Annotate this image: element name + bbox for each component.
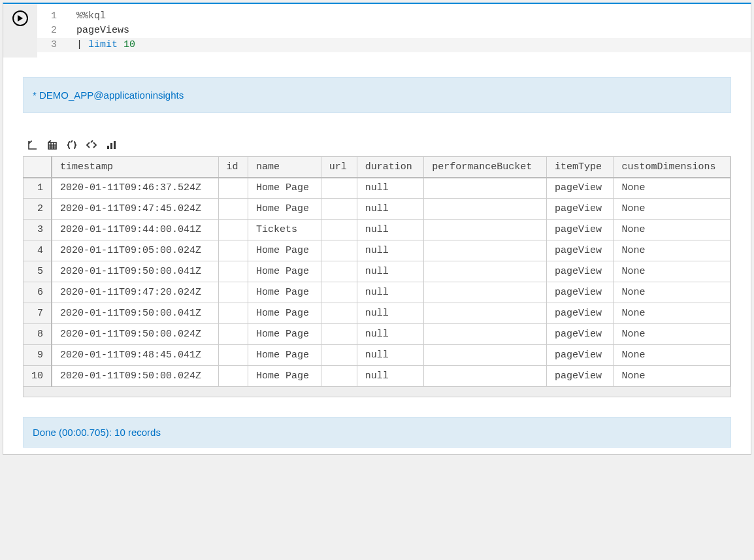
cell <box>321 220 357 240</box>
play-icon <box>17 15 24 22</box>
cell <box>424 303 547 324</box>
column-header[interactable]: name <box>248 157 321 178</box>
cell: None <box>614 345 730 366</box>
cell: Home Page <box>248 261 321 282</box>
cell: 2020-01-11T09:50:00.024Z <box>52 366 218 387</box>
horizontal-scrollbar[interactable] <box>23 387 731 397</box>
svg-rect-6 <box>114 141 116 149</box>
cell: None <box>614 282 730 303</box>
output-toolbar <box>23 139 731 151</box>
table-row[interactable]: 82020-01-11T09:50:00.024ZHome Pagenullpa… <box>24 324 730 345</box>
column-header[interactable]: url <box>321 157 357 178</box>
cell: pageView <box>547 261 614 282</box>
cell: Home Page <box>248 345 321 366</box>
table-row[interactable]: 62020-01-11T09:47:20.024ZHome Pagenullpa… <box>24 282 730 303</box>
cell: None <box>614 366 730 387</box>
cell-output: * DEMO_APP@applicationinsights timestamp… <box>3 58 751 454</box>
cell: null <box>357 303 423 324</box>
cell <box>321 240 357 261</box>
cell: 2020-01-11T09:50:00.024Z <box>52 324 218 345</box>
code-line: 3| limit 10 <box>37 38 751 52</box>
run-button[interactable] <box>12 10 28 26</box>
code-content: pageViews <box>76 24 129 38</box>
cell <box>321 366 357 387</box>
cell: Home Page <box>248 178 321 199</box>
row-number: 3 <box>24 220 52 240</box>
row-number: 9 <box>24 345 52 366</box>
cell: 2020-01-11T09:05:00.024Z <box>52 240 218 261</box>
column-header[interactable]: duration <box>357 157 423 178</box>
cell: 2020-01-11T09:50:00.041Z <box>52 261 218 282</box>
cell <box>321 199 357 220</box>
code-line: 2pageViews <box>37 24 751 38</box>
cell <box>424 324 547 345</box>
cell <box>424 366 547 387</box>
cell: Home Page <box>248 324 321 345</box>
cell: None <box>614 324 730 345</box>
result-table: timestampidnameurldurationperformanceBuc… <box>23 156 730 387</box>
table-row[interactable]: 92020-01-11T09:48:45.041ZHome Pagenullpa… <box>24 345 730 366</box>
cell: null <box>357 261 423 282</box>
code-content: | limit 10 <box>76 38 135 52</box>
table-row[interactable]: 42020-01-11T09:05:00.024ZHome Pagenullpa… <box>24 240 730 261</box>
cell: pageView <box>547 324 614 345</box>
cell <box>321 178 357 199</box>
cell <box>424 178 547 199</box>
notebook-cell: 1%%kql2pageViews3| limit 10 * DEMO_APP@a… <box>3 3 751 455</box>
cell: None <box>614 240 730 261</box>
column-header[interactable]: customDimensions <box>614 157 730 178</box>
code-editor[interactable]: 1%%kql2pageViews3| limit 10 <box>37 4 751 58</box>
cell: pageView <box>547 282 614 303</box>
cell: pageView <box>547 240 614 261</box>
cell: 2020-01-11T09:47:20.024Z <box>52 282 218 303</box>
cell: 2020-01-11T09:46:37.524Z <box>52 178 218 199</box>
cell: null <box>357 178 423 199</box>
cell: None <box>614 199 730 220</box>
row-number: 2 <box>24 199 52 220</box>
row-number: 5 <box>24 261 52 282</box>
plot-icon[interactable] <box>27 139 39 151</box>
cell <box>218 220 248 240</box>
table-row[interactable]: 102020-01-11T09:50:00.024ZHome Pagenullp… <box>24 366 730 387</box>
cell-input-row: 1%%kql2pageViews3| limit 10 <box>3 4 751 58</box>
table-row[interactable]: 72020-01-11T09:50:00.041ZHome Pagenullpa… <box>24 303 730 324</box>
connection-banner: * DEMO_APP@applicationinsights <box>23 77 731 113</box>
cell: pageView <box>547 220 614 240</box>
cell: Home Page <box>248 240 321 261</box>
row-number: 7 <box>24 303 52 324</box>
cell <box>218 324 248 345</box>
svg-point-1 <box>29 142 30 142</box>
column-header[interactable]: performanceBucket <box>424 157 547 178</box>
cell <box>218 199 248 220</box>
code-icon[interactable] <box>86 139 97 151</box>
row-number: 1 <box>24 178 52 199</box>
cell: null <box>357 282 423 303</box>
cell: pageView <box>547 345 614 366</box>
cell: None <box>614 303 730 324</box>
table-row[interactable]: 22020-01-11T09:47:45.024ZHome Pagenullpa… <box>24 199 730 220</box>
cell <box>321 345 357 366</box>
cell: 2020-01-11T09:50:00.041Z <box>52 303 218 324</box>
result-table-wrap[interactable]: timestampidnameurldurationperformanceBuc… <box>23 156 731 387</box>
table-row[interactable]: 32020-01-11T09:44:00.041ZTicketsnullpage… <box>24 220 730 240</box>
object-icon[interactable] <box>66 139 78 151</box>
cell: 2020-01-11T09:47:45.024Z <box>52 199 218 220</box>
column-header[interactable]: id <box>218 157 248 178</box>
table-row[interactable]: 52020-01-11T09:50:00.041ZHome Pagenullpa… <box>24 261 730 282</box>
column-header[interactable]: itemType <box>547 157 614 178</box>
code-content: %%kql <box>76 9 106 24</box>
chart-icon[interactable] <box>105 139 117 151</box>
cell: Home Page <box>248 199 321 220</box>
cell <box>424 261 547 282</box>
column-header[interactable]: timestamp <box>52 157 218 178</box>
cell: Home Page <box>248 282 321 303</box>
cell <box>218 261 248 282</box>
cell: Home Page <box>248 303 321 324</box>
cell <box>321 324 357 345</box>
cell: None <box>614 178 730 199</box>
code-line: 1%%kql <box>37 9 751 24</box>
cell: 2020-01-11T09:44:00.041Z <box>52 220 218 240</box>
cell <box>218 366 248 387</box>
table-row[interactable]: 12020-01-11T09:46:37.524ZHome Pagenullpa… <box>24 178 730 199</box>
grid-icon[interactable] <box>46 139 58 151</box>
